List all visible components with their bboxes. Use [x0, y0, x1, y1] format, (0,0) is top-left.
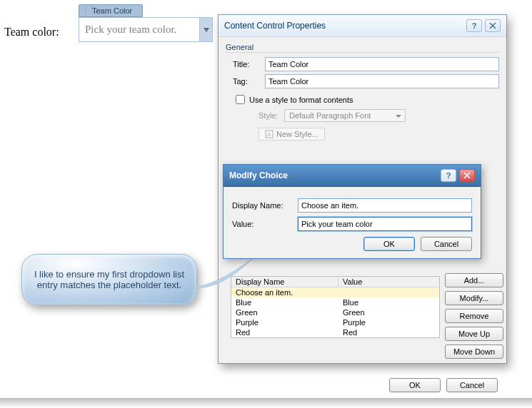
- list-cell: Blue: [231, 297, 338, 307]
- list-cell: Green: [338, 307, 439, 317]
- callout-tail: [193, 258, 253, 294]
- tag-label: Tag:: [233, 77, 265, 86]
- content-control: Team Color Pick your team color.: [79, 4, 213, 42]
- sub-dialog-title: Modify Choice: [229, 170, 288, 180]
- list-row[interactable]: Choose an item.: [231, 287, 439, 297]
- list-cell: Red: [338, 327, 439, 337]
- svg-text:A: A: [267, 131, 271, 138]
- ok-button[interactable]: OK: [389, 378, 441, 392]
- content-control-box[interactable]: Pick your team color.: [79, 17, 213, 42]
- content-control-tab[interactable]: Team Color: [79, 4, 143, 17]
- content-control-placeholder: Pick your team color.: [79, 18, 199, 41]
- title-label: Title:: [233, 60, 265, 68]
- list-cell: Blue: [338, 297, 439, 307]
- close-button[interactable]: [485, 19, 501, 32]
- list-row[interactable]: Green Green: [231, 307, 439, 317]
- list-cell: Green: [231, 307, 338, 317]
- style-label: Style:: [259, 111, 284, 120]
- dialog-titlebar[interactable]: Content Control Properties ?: [219, 15, 506, 37]
- display-name-label: Display Name:: [232, 201, 298, 210]
- list-header-row: Display Name Value: [231, 277, 439, 287]
- style-select: Default Paragraph Font: [284, 109, 406, 122]
- value-input[interactable]: [298, 217, 472, 231]
- display-name-input[interactable]: [298, 198, 472, 213]
- list-row[interactable]: Blue Blue: [231, 297, 439, 307]
- help-button[interactable]: ?: [466, 19, 482, 32]
- close-button[interactable]: [459, 169, 475, 182]
- move-up-button[interactable]: Move Up: [445, 327, 503, 341]
- list-cell: Purple: [338, 317, 439, 327]
- list-cell: Red: [231, 327, 338, 337]
- page-shadow: [0, 398, 532, 408]
- list-row[interactable]: Red Red: [231, 327, 439, 337]
- use-style-checkbox[interactable]: [236, 95, 245, 104]
- move-down-button[interactable]: Move Down: [445, 345, 503, 359]
- list-row[interactable]: Purple Purple: [231, 317, 439, 327]
- new-style-button: A New Style...: [259, 128, 325, 141]
- dropdown-arrow-icon[interactable]: [199, 18, 212, 41]
- modify-choice-dialog: Modify Choice ? Display Name: Value: OK …: [223, 164, 481, 259]
- list-header-value: Value: [338, 277, 439, 287]
- dialog-title: Content Control Properties: [224, 21, 326, 31]
- use-style-label: Use a style to format contents: [249, 96, 353, 104]
- help-button[interactable]: ?: [441, 169, 456, 182]
- new-style-label: New Style...: [276, 130, 318, 138]
- list-cell: Purple: [231, 317, 338, 327]
- remove-button[interactable]: Remove: [445, 309, 503, 323]
- dropdown-list-table[interactable]: Display Name Value Choose an item. Blue …: [231, 276, 440, 338]
- sub-dialog-titlebar[interactable]: Modify Choice ?: [224, 165, 481, 187]
- callout-bubble: I like to ensure my first dropdown list …: [21, 254, 197, 305]
- tag-input[interactable]: [265, 74, 499, 88]
- add-button[interactable]: Add...: [445, 273, 503, 287]
- list-cell: [338, 287, 439, 297]
- modify-button[interactable]: Modify...: [445, 291, 503, 305]
- value-label: Value:: [232, 220, 298, 228]
- svg-marker-0: [204, 28, 209, 32]
- document-field-label: Team color:: [4, 26, 59, 39]
- cancel-button[interactable]: Cancel: [446, 378, 498, 392]
- cancel-button[interactable]: Cancel: [421, 237, 472, 251]
- ok-button[interactable]: OK: [363, 237, 415, 251]
- dialog-bottom-buttons: OK Cancel: [389, 378, 498, 392]
- list-side-buttons: Add... Modify... Remove Move Up Move Dow…: [445, 273, 503, 359]
- title-input[interactable]: [265, 57, 499, 71]
- general-group-caption: General: [226, 41, 499, 53]
